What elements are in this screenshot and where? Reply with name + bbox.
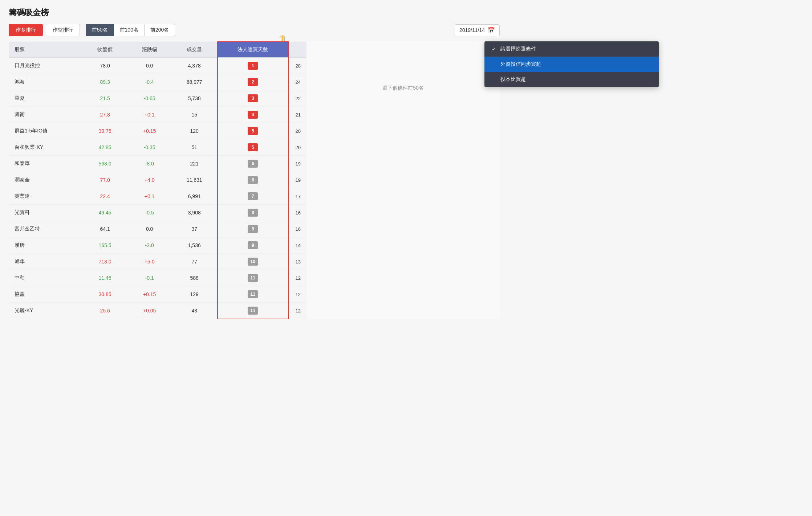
dropdown-foreign-label: 外資投信同步買超 [500,61,541,67]
rank-badge-cell: 4 [218,107,288,123]
volume-cell: 5,738 [172,90,218,107]
close-price-cell: 568.0 [83,156,127,172]
table-wrapper: 股票 收盤價 漲跌幅 成交量 法人連買天數 🗑 日月光投控78.00.04,37… [9,41,500,319]
close-price-cell: 89.3 [83,74,127,90]
change-cell: -0.35 [127,139,172,156]
col-volume: 成交量 [172,42,218,58]
date-value: 2019/11/14 [459,27,485,33]
table-row: 富邦金乙特64.10.037816 [9,221,306,237]
volume-cell: 88,977 [172,74,218,90]
stock-name-cell: 英業達 [9,188,83,205]
volume-cell: 588 [172,270,218,286]
close-price-cell: 713.0 [83,254,127,270]
btn-short-tab[interactable]: 作空排行 [46,24,80,36]
change-cell: 0.0 [127,58,172,74]
dropdown-placeholder-label: 請選擇篩選條件 [500,46,536,52]
dropdown-item-foreign[interactable]: ✓ 外資投信同步買超 [484,57,659,72]
days-value-cell: 19 [288,156,306,172]
rank-badge-cell: 8 [218,205,288,221]
rank-badge-cell: 10 [218,254,288,270]
rank-badge-cell: 2 [218,74,288,90]
days-value-cell: 24 [288,74,306,90]
volume-cell: 77 [172,254,218,270]
change-cell: +0.15 [127,123,172,139]
table-header-row: 股票 收盤價 漲跌幅 成交量 法人連買天數 🗑 [9,42,306,58]
close-price-cell: 22.4 [83,188,127,205]
change-cell: +4.0 [127,172,172,188]
volume-cell: 11,631 [172,172,218,188]
days-value-cell: 14 [288,237,306,254]
volume-cell: 1,536 [172,237,218,254]
col-stock: 股票 [9,42,83,58]
close-price-cell: 30.85 [83,286,127,303]
table-row: 百和興業-KY42.85-0.3551520 [9,139,306,156]
rank-badge-cell: 1 [218,58,288,74]
change-cell: +0.1 [127,188,172,205]
close-price-cell: 39.75 [83,123,127,139]
date-picker[interactable]: 2019/11/14 📅 [455,24,500,36]
right-content: ✓ 請選擇篩選條件 ✓ 外資投信同步買超 ✓ 投本比買超 選下個條件前50名 [306,41,500,319]
stock-name-cell: 百和興業-KY [9,139,83,156]
btn-long-tab[interactable]: 作多排行 [9,24,43,36]
stock-name-cell: 群益1-5年IG債 [9,123,83,139]
main-table: 股票 收盤價 漲跌幅 成交量 法人連買天數 🗑 日月光投控78.00.04,37… [9,41,306,319]
close-price-cell: 21.5 [83,90,127,107]
toolbar-left: 作多排行 作空排行 前50名 前100名 前200名 [9,24,175,36]
change-cell: +5.0 [127,254,172,270]
right-panel-text: 選下個條件前50名 [306,85,500,91]
stock-name-cell: 漢唐 [9,237,83,254]
size-200-tab[interactable]: 前200名 [145,24,175,36]
days-value-cell: 16 [288,221,306,237]
change-cell: -0.4 [127,74,172,90]
change-cell: -0.5 [127,205,172,221]
volume-cell: 51 [172,139,218,156]
close-price-cell: 42.85 [83,139,127,156]
close-price-cell: 49.45 [83,205,127,221]
size-50-tab[interactable]: 前50名 [86,24,114,36]
dropdown-item-placeholder[interactable]: ✓ 請選擇篩選條件 [484,41,659,57]
dropdown-item-ratio[interactable]: ✓ 投本比買超 [484,72,659,87]
days-value-cell: 22 [288,90,306,107]
close-price-cell: 77.0 [83,172,127,188]
col-close-price: 收盤價 [83,42,127,58]
days-value-cell: 12 [288,303,306,319]
rank-badge-cell: 5 [218,123,288,139]
rank-badge-cell: 8 [218,221,288,237]
rank-badge-cell: 6 [218,156,288,172]
close-price-cell: 78.0 [83,58,127,74]
rank-badge-cell: 9 [218,237,288,254]
trash-icon[interactable]: 🗑 [279,34,287,42]
table-row: 群益1-5年IG債39.75+0.15120520 [9,123,306,139]
stock-name-cell: 凱衛 [9,107,83,123]
rank-badge-cell: 11 [218,303,288,319]
volume-cell: 120 [172,123,218,139]
toolbar: 作多排行 作空排行 前50名 前100名 前200名 2019/11/14 📅 [9,24,500,36]
rank-badge-cell: 11 [218,286,288,303]
col-days-num [288,42,306,58]
volume-cell: 3,908 [172,205,218,221]
stock-name-cell: 中釉 [9,270,83,286]
days-value-cell: 28 [288,58,306,74]
days-value-cell: 20 [288,123,306,139]
size-100-tab[interactable]: 前100名 [114,24,145,36]
table-row: 中釉11.45-0.15881112 [9,270,306,286]
table-row: 和泰車568.0-8.0221619 [9,156,306,172]
change-cell: +0.15 [127,286,172,303]
page-title: 籌碼吸金榜 [9,7,500,18]
dropdown-ratio-label: 投本比買超 [500,76,526,83]
table-row: 協益30.85+0.151291112 [9,286,306,303]
table-row: 潤泰全77.0+4.011,631619 [9,172,306,188]
stock-name-cell: 富邦金乙特 [9,221,83,237]
stock-name-cell: 光麗-KY [9,303,83,319]
close-price-cell: 11.45 [83,270,127,286]
rank-badge-cell: 3 [218,90,288,107]
volume-cell: 4,378 [172,58,218,74]
days-value-cell: 19 [288,172,306,188]
close-price-cell: 25.6 [83,303,127,319]
table-row: 日月光投控78.00.04,378128 [9,58,306,74]
volume-cell: 129 [172,286,218,303]
stock-name-cell: 旭隼 [9,254,83,270]
filter-dropdown[interactable]: ✓ 請選擇篩選條件 ✓ 外資投信同步買超 ✓ 投本比買超 [484,41,659,87]
stock-name-cell: 光寶科 [9,205,83,221]
close-price-cell: 165.5 [83,237,127,254]
